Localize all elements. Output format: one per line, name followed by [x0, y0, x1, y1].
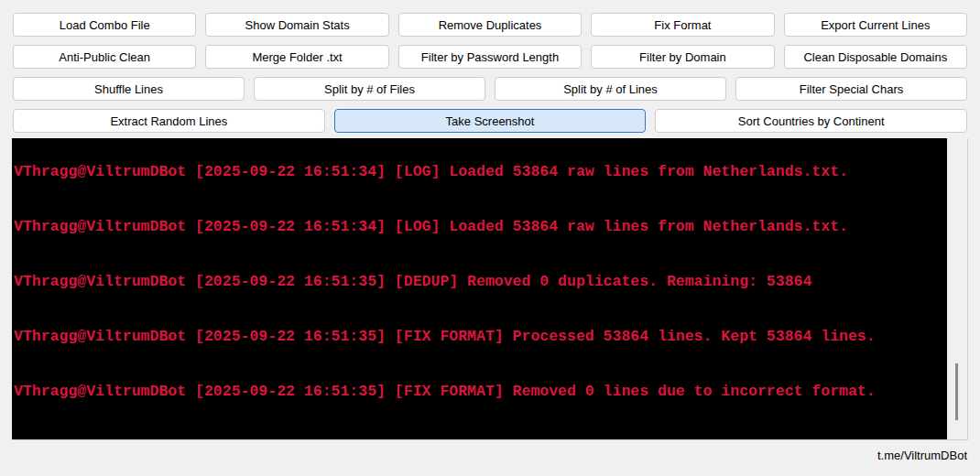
button-fix-format[interactable]: Fix Format — [591, 13, 774, 37]
button-anti-public-clean[interactable]: Anti-Public Clean — [13, 45, 196, 69]
footer: t.me/ViltrumDBot — [877, 449, 967, 463]
button-split-by-number-of-lines[interactable]: Split by # of Lines — [495, 77, 726, 101]
console-output[interactable]: VThragg@ViltrumDBot [2025-09-22 16:51:34… — [12, 138, 947, 439]
button-take-screenshot[interactable]: Take Screenshot — [334, 109, 647, 133]
console-line: VThragg@ViltrumDBot [2025-09-22 16:51:35… — [14, 383, 947, 401]
toolbar-row-2: Anti-Public Clean Merge Folder .txt Filt… — [13, 45, 967, 69]
button-remove-duplicates[interactable]: Remove Duplicates — [398, 13, 582, 37]
button-show-domain-stats[interactable]: Show Domain Stats — [205, 13, 388, 37]
button-export-current-lines[interactable]: Export Current Lines — [784, 13, 967, 37]
button-split-by-number-of-files[interactable]: Split by # of Files — [254, 77, 485, 101]
button-extract-random-lines[interactable]: Extract Random Lines — [13, 109, 325, 133]
toolbar-row-1: Load Combo File Show Domain Stats Remove… — [13, 13, 967, 37]
button-filter-by-domain[interactable]: Filter by Domain — [591, 45, 774, 69]
toolbar-row-4: Extract Random Lines Take Screenshot Sor… — [13, 109, 967, 133]
button-clean-disposable-domains[interactable]: Clean Disposable Domains — [784, 45, 967, 69]
console-line: VThragg@ViltrumDBot [2025-09-22 16:51:34… — [14, 218, 947, 236]
button-merge-folder-txt[interactable]: Merge Folder .txt — [205, 45, 388, 69]
console-line-partial: VThragg@ViltrumDBot [2025-09-22 16:51:34… — [14, 163, 947, 181]
console-line: VThragg@ViltrumDBot [2025-09-22 16:51:35… — [14, 273, 947, 291]
toolbar-row-3: Shuffle Lines Split by # of Files Split … — [13, 77, 967, 101]
console-scrollbar[interactable] — [947, 138, 967, 439]
button-filter-special-chars[interactable]: Filter Special Chars — [735, 77, 967, 101]
button-load-combo-file[interactable]: Load Combo File — [13, 13, 196, 37]
scrollbar-thumb[interactable] — [955, 363, 958, 420]
button-sort-countries-by-continent[interactable]: Sort Countries by Continent — [655, 109, 967, 133]
console-line: VThragg@ViltrumDBot [2025-09-22 16:51:35… — [14, 328, 947, 346]
button-shuffle-lines[interactable]: Shuffle Lines — [13, 77, 245, 101]
console-line: VThragg@ViltrumDBot [2025-09-22 16:51:36… — [14, 438, 947, 439]
telegram-link-label: t.me/ViltrumDBot — [877, 449, 967, 462]
toolbar: Load Combo File Show Domain Stats Remove… — [0, 0, 980, 133]
button-filter-by-password-length[interactable]: Filter by Password Length — [398, 45, 582, 69]
console-widget: VThragg@ViltrumDBot [2025-09-22 16:51:34… — [12, 138, 968, 440]
